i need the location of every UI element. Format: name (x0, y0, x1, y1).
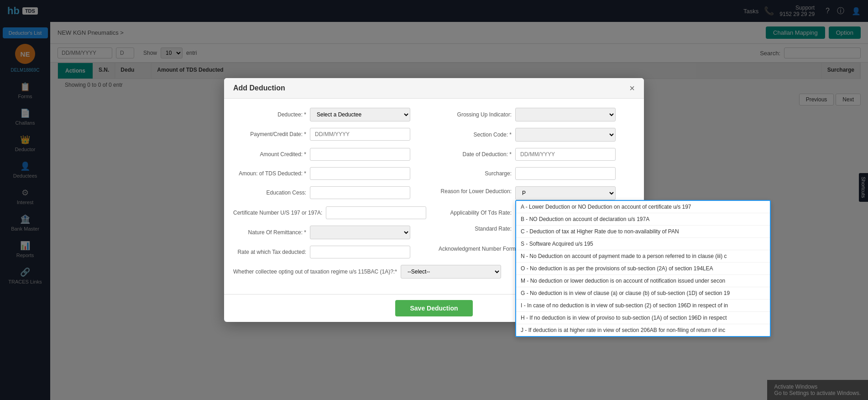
modal-title: Add Deduction (233, 84, 285, 92)
reason-lower-label: Reason for Lower Deduction: (439, 186, 512, 195)
reason-lower-group: Reason for Lower Deduction: P A - Lower … (439, 186, 635, 200)
certificate-group: Certificate Number U/S 197 or 197A: (233, 206, 429, 219)
collectee-select[interactable]: --Select-- (401, 265, 501, 279)
collectee-label: Whether collectee opting out of taxation… (233, 268, 397, 275)
dropdown-option-M[interactable]: M - No deduction or lower deduction is o… (516, 275, 770, 287)
form-row-4: Amoun: of TDS Deducted: * Surcharge: (233, 167, 635, 180)
section-code-label: Section Code: * (439, 132, 512, 138)
dropdown-option-B[interactable]: B - NO Deduction on account of declarati… (516, 213, 770, 226)
date-deduction-group: Date of Deduction: * (439, 148, 635, 161)
education-cess-input[interactable] (310, 186, 410, 199)
surcharge-label: Surcharge: (439, 170, 512, 177)
amount-credited-label: Amount Credited: * (233, 151, 306, 158)
modal-body: Deductee: * Select a Deductee Grossing U… (224, 99, 644, 294)
education-cess-label: Education Cess: (233, 189, 306, 196)
form-row-3: Amount Credited: * Date of Deduction: * (233, 148, 635, 161)
form-row-5: Education Cess: Reason for Lower Deducti… (233, 186, 635, 200)
modal-overlay: Add Deduction × Deductee: * Select a Ded… (0, 0, 868, 400)
certificate-label: Certificate Number U/S 197 or 197A: (233, 210, 322, 216)
save-deduction-button[interactable]: Save Deduction (395, 300, 472, 316)
payment-date-input[interactable] (310, 128, 410, 141)
payment-date-group: Payment/Credit Date: * (233, 128, 429, 141)
deductee-group: Deductee: * Select a Deductee (233, 108, 429, 121)
rate-tax-group: Rate at which Tax deducted: (233, 246, 429, 258)
form-row-1: Deductee: * Select a Deductee Grossing U… (233, 108, 635, 121)
rate-tax-label: Rate at which Tax deducted: (233, 249, 306, 255)
date-deduction-label: Date of Deduction: * (439, 151, 512, 158)
surcharge-input[interactable] (515, 167, 616, 180)
rate-tax-input[interactable] (310, 246, 410, 258)
dropdown-option-S[interactable]: S - Software Acquired u/s 195 (516, 238, 770, 250)
section-code-group: Section Code: * (439, 128, 635, 142)
section-code-select[interactable] (515, 128, 616, 142)
amount-credited-group: Amount Credited: * (233, 148, 429, 161)
grossing-up-label: Grossing Up Indicator: (439, 111, 512, 118)
nature-remittance-select[interactable] (310, 226, 410, 239)
deductee-label: Deductee: * (233, 111, 306, 118)
grossing-up-select[interactable] (515, 108, 616, 121)
dropdown-option-O[interactable]: O - No deduction is as per the provision… (516, 263, 770, 275)
dropdown-option-N[interactable]: N - No Deduction on account of payment m… (516, 250, 770, 263)
reason-lower-select[interactable]: P (515, 186, 616, 200)
date-deduction-input[interactable] (515, 148, 616, 161)
amount-credited-input[interactable] (310, 148, 410, 161)
grossing-up-group: Grossing Up Indicator: (439, 108, 635, 121)
modal-header: Add Deduction × (224, 78, 644, 99)
applicability-tds-label: Applicability Of Tds Rate: (439, 210, 512, 216)
reason-lower-dropdown-container[interactable]: P A - Lower Deduction or NO Deduction on… (515, 186, 616, 200)
reason-lower-dropdown-menu[interactable]: A - Lower Deduction or NO Deduction on a… (515, 200, 771, 337)
dropdown-option-Y[interactable]: Y - Transaction where tax not been deduc… (516, 337, 770, 337)
add-deduction-modal: Add Deduction × Deductee: * Select a Ded… (224, 78, 644, 322)
dropdown-option-G[interactable]: G - No deduction is in view of clause (a… (516, 287, 770, 300)
education-cess-group: Education Cess: (233, 186, 429, 199)
surcharge-group: Surcharge: (439, 167, 635, 180)
dropdown-option-I[interactable]: I - In case of no deduction is in view o… (516, 300, 770, 312)
dropdown-option-H[interactable]: H - If no deduction is in view of provis… (516, 312, 770, 324)
dropdown-option-A[interactable]: A - Lower Deduction or NO Deduction on a… (516, 201, 770, 213)
dropdown-option-J[interactable]: J - If deduction is at higher rate in vi… (516, 324, 770, 337)
standard-rate-label: Standard Rate: (439, 226, 512, 232)
amount-tds-label: Amoun: of TDS Deducted: * (233, 170, 306, 177)
amount-tds-group: Amoun: of TDS Deducted: * (233, 167, 429, 180)
certificate-input[interactable] (326, 206, 426, 219)
payment-date-label: Payment/Credit Date: * (233, 131, 306, 137)
nature-remittance-label: Nature Of Remittance: * (233, 229, 306, 236)
form-row-2: Payment/Credit Date: * Section Code: * (233, 128, 635, 142)
amount-tds-input[interactable] (310, 167, 410, 180)
deductee-select[interactable]: Select a Deductee (310, 108, 410, 121)
dropdown-option-C[interactable]: C - Deduction of tax at Higher Rate due … (516, 226, 770, 238)
nature-remittance-group: Nature Of Remittance: * (233, 226, 429, 239)
modal-close-button[interactable]: × (629, 84, 635, 93)
